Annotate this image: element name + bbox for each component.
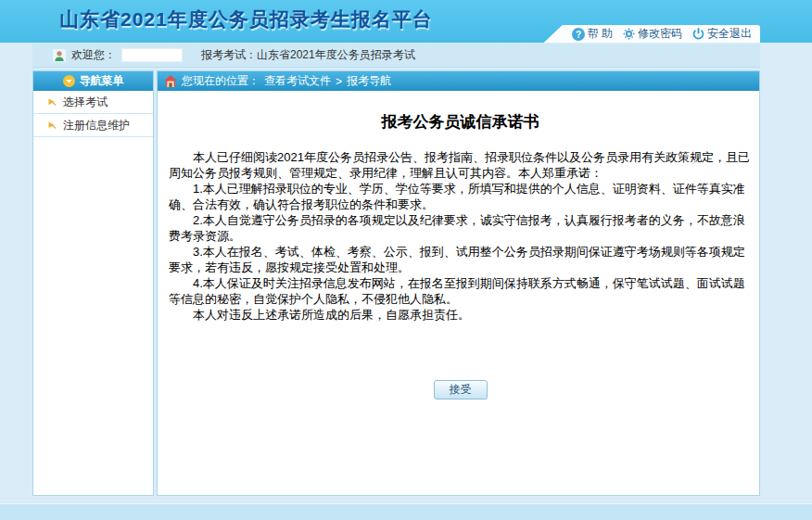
page-footer bbox=[0, 503, 812, 520]
logout-link[interactable]: 安全退出 bbox=[692, 26, 752, 42]
username-value bbox=[121, 48, 183, 62]
sidebar-item-select-exam[interactable]: 选择考试 bbox=[33, 91, 153, 114]
help-label: 帮 助 bbox=[588, 26, 613, 42]
arrow-bullet-icon bbox=[47, 120, 57, 130]
sidebar-item-label: 注册信息维护 bbox=[63, 118, 130, 133]
breadcrumb-link-exam-files[interactable]: 查看考试文件 bbox=[264, 73, 331, 89]
gear-icon bbox=[623, 28, 635, 40]
header-toolbar: ? 帮 助 修改密码 安全退出 bbox=[544, 25, 760, 43]
content-panel: 您现在的位置： 查看考试文件 > 报考导航 报考公务员诚信承诺书 本人已仔细阅读… bbox=[157, 70, 760, 496]
page: 山东省2021年度公务员招录考生报名平台 ? 帮 助 修改密码 安全退出 bbox=[0, 0, 812, 520]
help-link[interactable]: ? 帮 助 bbox=[572, 26, 613, 42]
user-avatar-icon bbox=[53, 49, 66, 62]
page-title: 山东省2021年度公务员招录考生报名平台 bbox=[59, 6, 433, 32]
main-area: 导航菜单 选择考试 注册信息维护 您现在的位置： bbox=[32, 70, 760, 496]
home-icon bbox=[164, 75, 177, 87]
document-paragraph: 本人对违反上述承诺所造成的后果，自愿承担责任。 bbox=[169, 307, 752, 323]
breadcrumb-separator: > bbox=[336, 75, 342, 88]
help-icon: ? bbox=[572, 28, 585, 41]
accept-button[interactable]: 接受 bbox=[434, 380, 488, 400]
nav-toggle-icon bbox=[63, 75, 75, 87]
logout-label: 安全退出 bbox=[707, 26, 752, 42]
document-paragraph: 4.本人保证及时关注招录信息发布网站，在报名至报到期间保持联系方式畅通，保守笔试… bbox=[169, 275, 752, 307]
sidebar-item-label: 选择考试 bbox=[63, 95, 108, 110]
document-paragraph: 1.本人已理解招录职位的专业、学历、学位等要求，所填写和提供的个人信息、证明资料… bbox=[169, 181, 752, 212]
breadcrumb: 您现在的位置： 查看考试文件 > 报考导航 bbox=[158, 71, 759, 91]
app-header: 山东省2021年度公务员招录考生报名平台 ? 帮 助 修改密码 安全退出 bbox=[0, 0, 812, 43]
sidebar-header: 导航菜单 bbox=[33, 71, 153, 91]
breadcrumb-prefix: 您现在的位置： bbox=[182, 73, 260, 89]
accept-button-row: 接受 bbox=[169, 380, 752, 400]
commitment-document: 报考公务员诚信承诺书 本人已仔细阅读2021年度公务员招录公告、报考指南、招录职… bbox=[158, 91, 759, 400]
document-paragraph: 3.本人在报名、考试、体检、考察、公示、报到、试用整个公务员招录期间保证遵守考场… bbox=[169, 244, 752, 275]
svg-text:?: ? bbox=[576, 29, 581, 39]
exam-label: 报考考试：山东省2021年度公务员招录考试 bbox=[201, 47, 415, 63]
breadcrumb-link-apply-nav[interactable]: 报考导航 bbox=[347, 73, 391, 89]
change-password-link[interactable]: 修改密码 bbox=[623, 26, 682, 42]
power-icon bbox=[692, 28, 704, 40]
arrow-bullet-icon bbox=[47, 97, 57, 107]
sidebar: 导航菜单 选择考试 注册信息维护 bbox=[32, 70, 154, 496]
welcome-bar: 欢迎您： 报考考试：山东省2021年度公务员招录考试 bbox=[32, 44, 760, 68]
greeting-label: 欢迎您： bbox=[71, 47, 116, 63]
document-paragraph: 2.本人自觉遵守公务员招录的各项规定以及纪律要求，诚实守信报考，认真履行报考者的… bbox=[169, 212, 752, 244]
sidebar-header-label: 导航菜单 bbox=[80, 73, 124, 89]
document-title: 报考公务员诚信承诺书 bbox=[169, 111, 752, 133]
sidebar-item-registration-info[interactable]: 注册信息维护 bbox=[33, 114, 153, 137]
change-password-label: 修改密码 bbox=[638, 26, 682, 42]
document-paragraph: 本人已仔细阅读2021年度公务员招录公告、报考指南、招录职位条件以及公务员录用有… bbox=[169, 149, 752, 181]
